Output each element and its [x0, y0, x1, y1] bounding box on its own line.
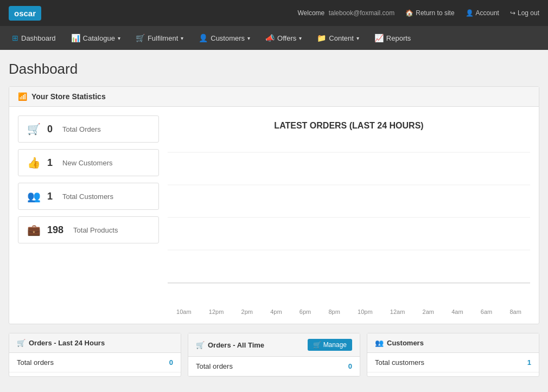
- account-link[interactable]: 👤 Account: [466, 9, 499, 17]
- stats-left: 🛒 0 Total Orders 👍 1 New Customers 👥 1 T…: [18, 115, 159, 315]
- panel-orders-24h-title-group: 🛒 Orders - Last 24 Hours: [17, 339, 105, 347]
- panel-orders-24h-body: Total orders 0: [9, 353, 181, 372]
- chart-label-4am: 4am: [451, 309, 463, 315]
- logo[interactable]: oscar: [9, 6, 41, 21]
- stat-card-total-customers[interactable]: 👥 1 Total Customers: [18, 183, 159, 210]
- stats-header: 📶 Your Store Statistics: [9, 87, 539, 107]
- chart-label-12am: 12am: [390, 309, 405, 315]
- panel-orders-alltime-header: 🛒 Orders - All Time 🛒 Manage: [188, 333, 360, 357]
- panel-customers: 👥 Customers Total customers 1: [367, 333, 539, 377]
- page-title: Dashboard: [9, 61, 539, 78]
- nav-item-offers[interactable]: 📣 Offers ▾: [258, 26, 309, 50]
- chart-label-6pm: 6pm: [300, 309, 311, 315]
- panel-cart-icon-24h: 🛒: [17, 339, 26, 347]
- briefcase-icon: 💼: [27, 223, 41, 236]
- chart-label-8am: 8am: [509, 309, 521, 315]
- chart-label-2am: 2am: [423, 309, 434, 315]
- panel-orders-alltime-body: Total orders 0: [188, 357, 360, 376]
- chart-area: [168, 142, 530, 304]
- offers-dropdown-icon: ▾: [299, 35, 302, 41]
- customers-nav-icon: 👤: [199, 34, 208, 42]
- panel-customers-title-group: 👥 Customers: [375, 339, 424, 347]
- manage-cart-icon: 🛒: [313, 341, 321, 349]
- panel-row-total-customers: Total customers 1: [367, 353, 539, 372]
- welcome-text: Welcome talebook@foxmail.com: [298, 9, 395, 17]
- topbar: oscar Welcome talebook@foxmail.com 🏠 Ret…: [0, 0, 548, 26]
- panel-customers-body: Total customers 1: [367, 353, 539, 372]
- chart-label-2pm: 2pm: [241, 309, 253, 315]
- nav-item-fulfilment[interactable]: 🛒 Fulfilment ▾: [128, 26, 191, 50]
- nav-item-customers[interactable]: 👤 Customers ▾: [191, 26, 258, 50]
- stats-bar-icon: 📶: [18, 92, 27, 101]
- catalogue-dropdown-icon: ▾: [118, 35, 120, 41]
- cart-icon: 🛒: [27, 123, 41, 136]
- fulfilment-icon: 🛒: [136, 34, 145, 42]
- chart-label-4pm: 4pm: [270, 309, 282, 315]
- chart-title: LATEST ORDERS (LAST 24 HOURS): [168, 115, 530, 142]
- panel-orders-24h-header: 🛒 Orders - Last 24 Hours: [9, 333, 181, 353]
- nav-item-content[interactable]: 📁 Content ▾: [309, 26, 367, 50]
- content-dropdown-icon: ▾: [356, 35, 359, 41]
- dashboard-icon: ⊞: [12, 34, 18, 42]
- nav-item-catalogue[interactable]: 📊 Catalogue ▾: [63, 26, 128, 50]
- panel-orders-last-24h: 🛒 Orders - Last 24 Hours Total orders 0: [9, 333, 181, 377]
- nav-item-dashboard[interactable]: ⊞ Dashboard: [4, 26, 63, 50]
- navbar: ⊞ Dashboard 📊 Catalogue ▾ 🛒 Fulfilment ▾…: [0, 26, 548, 50]
- chart-label-12pm: 12pm: [209, 309, 224, 315]
- content-area: Dashboard 📶 Your Store Statistics 🛒 0 To…: [0, 50, 548, 388]
- panel-cart-icon-alltime: 🛒: [196, 341, 205, 349]
- logout-link[interactable]: ↪ Log out: [510, 9, 539, 17]
- offers-icon: 📣: [265, 34, 275, 42]
- stat-card-total-products[interactable]: 💼 198 Total Products: [18, 216, 159, 243]
- fulfilment-dropdown-icon: ▾: [181, 35, 183, 41]
- chart-label-8pm: 8pm: [328, 309, 340, 315]
- chart-label-10am: 10am: [176, 309, 192, 315]
- manage-button[interactable]: 🛒 Manage: [308, 339, 352, 351]
- thumbsup-icon: 👍: [27, 156, 41, 169]
- logout-icon: ↪: [510, 9, 515, 17]
- panel-orders-alltime-title-group: 🛒 Orders - All Time: [196, 341, 264, 349]
- chart-label-6am: 6am: [481, 309, 492, 315]
- content-icon: 📁: [317, 34, 326, 42]
- stats-body: 🛒 0 Total Orders 👍 1 New Customers 👥 1 T…: [9, 107, 539, 324]
- top-right-nav: Welcome talebook@foxmail.com 🏠 Return to…: [298, 9, 540, 17]
- customers-dropdown-icon: ▾: [247, 35, 250, 41]
- panel-row-total-orders-alltime: Total orders 0: [188, 357, 360, 376]
- panel-row-total-orders-24h: Total orders 0: [9, 353, 181, 372]
- stats-box: 📶 Your Store Statistics 🛒 0 Total Orders…: [9, 86, 539, 324]
- home-icon: 🏠: [405, 9, 413, 17]
- stat-card-new-customers[interactable]: 👍 1 New Customers: [18, 149, 159, 176]
- group-icon: 👥: [27, 190, 41, 203]
- panel-customers-icon: 👥: [375, 339, 384, 347]
- chart-labels: 10am 12pm 2pm 4pm 6pm 8pm 10pm 12am 2am …: [168, 304, 530, 315]
- bottom-panels: 🛒 Orders - Last 24 Hours Total orders 0 …: [9, 333, 539, 377]
- panel-orders-all-time: 🛒 Orders - All Time 🛒 Manage Total order…: [188, 333, 360, 377]
- stat-card-total-orders[interactable]: 🛒 0 Total Orders: [18, 115, 159, 143]
- reports-icon: 📈: [374, 34, 384, 42]
- account-icon: 👤: [466, 9, 474, 17]
- nav-item-reports[interactable]: 📈 Reports: [367, 26, 419, 50]
- panel-customers-header: 👥 Customers: [367, 333, 539, 353]
- chart-label-10pm: 10pm: [358, 309, 373, 315]
- return-to-site-link[interactable]: 🏠 Return to site: [405, 9, 454, 17]
- stats-right: LATEST ORDERS (LAST 24 HOURS) 10am: [168, 115, 530, 315]
- catalogue-icon: 📊: [71, 34, 80, 42]
